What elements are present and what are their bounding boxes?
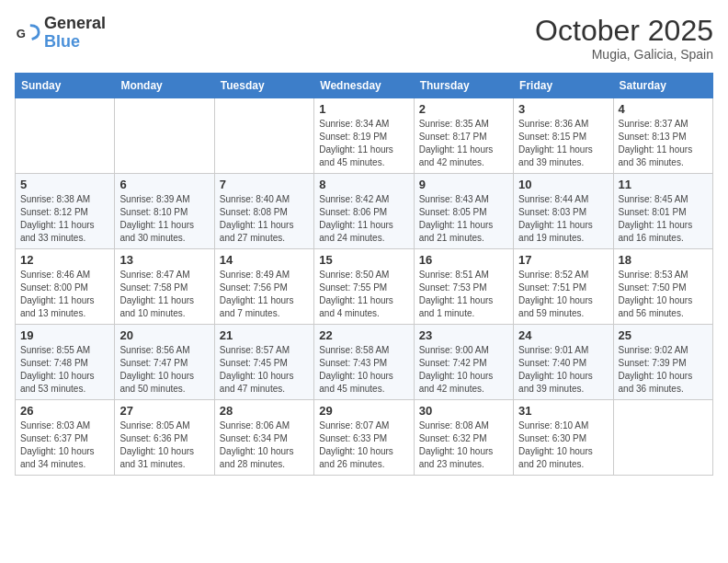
day-info: Sunrise: 8:37 AM Sunset: 8:13 PM Dayligh…: [619, 118, 708, 169]
day-info: Sunrise: 8:49 AM Sunset: 7:56 PM Dayligh…: [220, 269, 309, 320]
day-number: 24: [518, 328, 608, 342]
day-info: Sunrise: 8:03 AM Sunset: 6:37 PM Dayligh…: [20, 419, 109, 471]
calendar-cell: 15Sunrise: 8:50 AM Sunset: 7:55 PM Dayli…: [314, 249, 414, 325]
day-info: Sunrise: 8:44 AM Sunset: 8:03 PM Dayligh…: [518, 193, 608, 245]
weekday-header: Tuesday: [214, 74, 313, 98]
calendar-cell: 16Sunrise: 8:51 AM Sunset: 7:53 PM Dayli…: [414, 249, 513, 325]
weekday-header: Friday: [514, 74, 613, 98]
day-number: 22: [319, 328, 408, 342]
day-number: 1: [319, 102, 408, 116]
day-info: Sunrise: 8:58 AM Sunset: 7:43 PM Dayligh…: [319, 344, 408, 396]
calendar-week-row: 5Sunrise: 8:38 AM Sunset: 8:12 PM Daylig…: [16, 174, 713, 249]
logo-icon: G: [15, 20, 40, 46]
day-number: 31: [518, 404, 608, 418]
calendar-week-row: 26Sunrise: 8:03 AM Sunset: 6:37 PM Dayli…: [16, 400, 713, 476]
calendar-cell: 6Sunrise: 8:39 AM Sunset: 8:10 PM Daylig…: [115, 174, 214, 249]
day-info: Sunrise: 8:07 AM Sunset: 6:33 PM Dayligh…: [319, 419, 408, 471]
day-info: Sunrise: 8:56 AM Sunset: 7:47 PM Dayligh…: [119, 344, 209, 396]
calendar-week-row: 1Sunrise: 8:34 AM Sunset: 8:19 PM Daylig…: [16, 98, 713, 174]
calendar-cell: [115, 98, 214, 174]
day-info: Sunrise: 9:01 AM Sunset: 7:40 PM Dayligh…: [518, 344, 608, 396]
calendar-cell: 29Sunrise: 8:07 AM Sunset: 6:33 PM Dayli…: [314, 400, 414, 476]
weekday-header: Sunday: [16, 74, 115, 98]
weekday-header: Monday: [115, 74, 214, 98]
calendar-cell: 10Sunrise: 8:44 AM Sunset: 8:03 PM Dayli…: [514, 174, 613, 249]
calendar-cell: 26Sunrise: 8:03 AM Sunset: 6:37 PM Dayli…: [16, 400, 115, 476]
calendar-cell: 18Sunrise: 8:53 AM Sunset: 7:50 PM Dayli…: [613, 249, 712, 325]
calendar-cell: 14Sunrise: 8:49 AM Sunset: 7:56 PM Dayli…: [214, 249, 313, 325]
day-info: Sunrise: 8:43 AM Sunset: 8:05 PM Dayligh…: [419, 193, 508, 245]
calendar-cell: 7Sunrise: 8:40 AM Sunset: 8:08 PM Daylig…: [214, 174, 313, 249]
day-info: Sunrise: 8:51 AM Sunset: 7:53 PM Dayligh…: [419, 269, 508, 320]
calendar-cell: 20Sunrise: 8:56 AM Sunset: 7:47 PM Dayli…: [115, 325, 214, 400]
day-number: 19: [20, 328, 109, 342]
day-info: Sunrise: 8:06 AM Sunset: 6:34 PM Dayligh…: [220, 419, 309, 471]
day-number: 2: [419, 102, 508, 116]
day-info: Sunrise: 8:53 AM Sunset: 7:50 PM Dayligh…: [619, 269, 708, 320]
day-number: 18: [619, 253, 708, 267]
calendar-cell: 2Sunrise: 8:35 AM Sunset: 8:17 PM Daylig…: [414, 98, 513, 174]
calendar-cell: 12Sunrise: 8:46 AM Sunset: 8:00 PM Dayli…: [16, 249, 115, 325]
day-number: 25: [619, 328, 708, 342]
weekday-header: Saturday: [613, 74, 712, 98]
day-info: Sunrise: 9:00 AM Sunset: 7:42 PM Dayligh…: [419, 344, 508, 396]
day-number: 16: [419, 253, 508, 267]
day-number: 17: [518, 253, 608, 267]
day-info: Sunrise: 8:35 AM Sunset: 8:17 PM Dayligh…: [419, 118, 508, 169]
location: Mugia, Galicia, Spain: [535, 47, 713, 62]
calendar-cell: 23Sunrise: 9:00 AM Sunset: 7:42 PM Dayli…: [414, 325, 513, 400]
day-info: Sunrise: 8:39 AM Sunset: 8:10 PM Dayligh…: [119, 193, 209, 245]
day-info: Sunrise: 8:50 AM Sunset: 7:55 PM Dayligh…: [319, 269, 408, 320]
day-number: 4: [619, 102, 708, 116]
calendar-cell: 19Sunrise: 8:55 AM Sunset: 7:48 PM Dayli…: [16, 325, 115, 400]
day-info: Sunrise: 8:40 AM Sunset: 8:08 PM Dayligh…: [220, 193, 309, 245]
svg-text:G: G: [17, 26, 26, 40]
day-info: Sunrise: 8:45 AM Sunset: 8:01 PM Dayligh…: [619, 193, 708, 245]
day-number: 12: [20, 253, 109, 267]
calendar-cell: 1Sunrise: 8:34 AM Sunset: 8:19 PM Daylig…: [314, 98, 414, 174]
day-info: Sunrise: 8:46 AM Sunset: 8:00 PM Dayligh…: [20, 269, 109, 320]
calendar-cell: 30Sunrise: 8:08 AM Sunset: 6:32 PM Dayli…: [414, 400, 513, 476]
day-number: 20: [119, 328, 209, 342]
calendar-cell: 27Sunrise: 8:05 AM Sunset: 6:36 PM Dayli…: [115, 400, 214, 476]
calendar-week-row: 12Sunrise: 8:46 AM Sunset: 8:00 PM Dayli…: [16, 249, 713, 325]
calendar-cell: 8Sunrise: 8:42 AM Sunset: 8:06 PM Daylig…: [314, 174, 414, 249]
day-info: Sunrise: 8:36 AM Sunset: 8:15 PM Dayligh…: [518, 118, 608, 169]
calendar-body: 1Sunrise: 8:34 AM Sunset: 8:19 PM Daylig…: [16, 98, 713, 476]
page-header: G General Blue October 2025 Mugia, Galic…: [15, 15, 713, 62]
calendar-table: SundayMondayTuesdayWednesdayThursdayFrid…: [15, 73, 713, 476]
calendar-cell: [613, 400, 712, 476]
day-info: Sunrise: 8:34 AM Sunset: 8:19 PM Dayligh…: [319, 118, 408, 169]
calendar-cell: 22Sunrise: 8:58 AM Sunset: 7:43 PM Dayli…: [314, 325, 414, 400]
title-block: October 2025 Mugia, Galicia, Spain: [535, 15, 713, 62]
day-info: Sunrise: 8:52 AM Sunset: 7:51 PM Dayligh…: [518, 269, 608, 320]
calendar-cell: 31Sunrise: 8:10 AM Sunset: 6:30 PM Dayli…: [514, 400, 613, 476]
calendar-cell: 21Sunrise: 8:57 AM Sunset: 7:45 PM Dayli…: [214, 325, 313, 400]
calendar-cell: 28Sunrise: 8:06 AM Sunset: 6:34 PM Dayli…: [214, 400, 313, 476]
calendar-cell: [214, 98, 313, 174]
calendar-cell: 4Sunrise: 8:37 AM Sunset: 8:13 PM Daylig…: [613, 98, 712, 174]
calendar-cell: 25Sunrise: 9:02 AM Sunset: 7:39 PM Dayli…: [613, 325, 712, 400]
calendar-cell: 13Sunrise: 8:47 AM Sunset: 7:58 PM Dayli…: [115, 249, 214, 325]
calendar-cell: 11Sunrise: 8:45 AM Sunset: 8:01 PM Dayli…: [613, 174, 712, 249]
day-number: 10: [518, 178, 608, 191]
day-number: 29: [319, 404, 408, 418]
day-info: Sunrise: 8:42 AM Sunset: 8:06 PM Dayligh…: [319, 193, 408, 245]
day-number: 3: [518, 102, 608, 116]
day-number: 14: [220, 253, 309, 267]
calendar-cell: 9Sunrise: 8:43 AM Sunset: 8:05 PM Daylig…: [414, 174, 513, 249]
calendar-header-row: SundayMondayTuesdayWednesdayThursdayFrid…: [16, 74, 713, 98]
logo-text: General Blue: [44, 15, 106, 52]
day-info: Sunrise: 8:10 AM Sunset: 6:30 PM Dayligh…: [518, 419, 608, 471]
day-number: 30: [419, 404, 508, 418]
day-number: 13: [119, 253, 209, 267]
day-info: Sunrise: 8:47 AM Sunset: 7:58 PM Dayligh…: [119, 269, 209, 320]
day-number: 27: [119, 404, 209, 418]
day-info: Sunrise: 8:55 AM Sunset: 7:48 PM Dayligh…: [20, 344, 109, 396]
logo: G General Blue: [15, 15, 106, 52]
day-number: 7: [220, 178, 309, 191]
calendar-cell: 3Sunrise: 8:36 AM Sunset: 8:15 PM Daylig…: [514, 98, 613, 174]
day-number: 26: [20, 404, 109, 418]
day-number: 28: [220, 404, 309, 418]
day-number: 15: [319, 253, 408, 267]
